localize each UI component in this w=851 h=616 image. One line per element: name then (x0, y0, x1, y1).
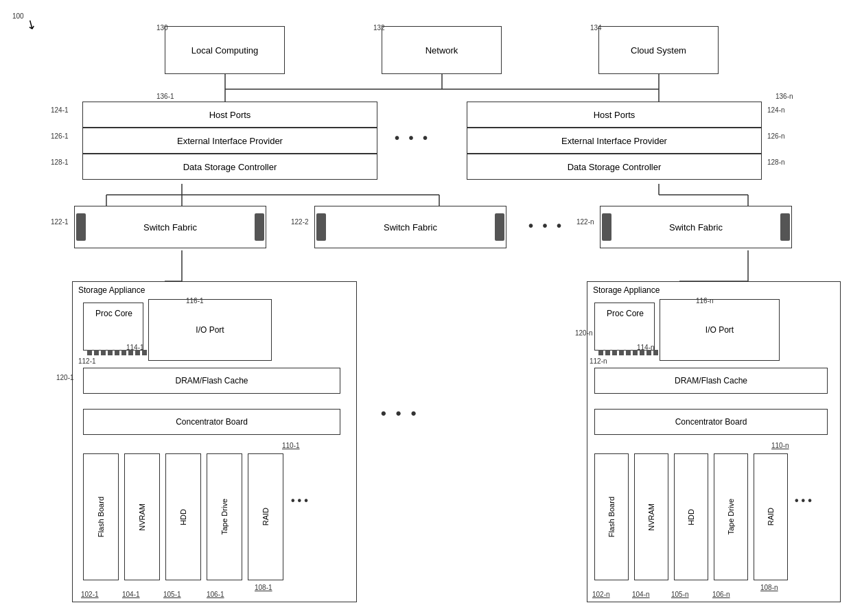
proc-core-right-label: Proc Core (598, 309, 652, 318)
io-port-right: I/O Port (660, 299, 780, 361)
nvram-left-label: NVRAM (138, 504, 146, 531)
flash-board-right-label: Flash Board (607, 497, 616, 537)
host-ports-right-label: Host Ports (594, 110, 636, 120)
switch-fabric-right-label: Switch Fabric (669, 222, 723, 233)
concentrator-left-label: Concentrator Board (176, 417, 248, 427)
dots-storage-right: ••• (795, 495, 815, 507)
ref-136-1: 136-1 (156, 93, 174, 100)
concentrator-left: Concentrator Board (83, 409, 340, 435)
host-ports-right: Host Ports (467, 102, 762, 128)
flash-board-left-label: Flash Board (97, 497, 105, 537)
tooth (598, 350, 603, 355)
ref-112-1: 112-1 (78, 357, 96, 365)
ref-128-1: 128-1 (51, 158, 69, 166)
nvram-right: NVRAM (634, 453, 668, 580)
hdd-left-label: HDD (179, 509, 187, 525)
dram-right-label: DRAM/Flash Cache (675, 376, 747, 386)
ref-106-n-bottom: 106-n (712, 591, 730, 598)
switch-handle-mid-2 (495, 213, 504, 241)
tape-drive-left: Tape Drive (207, 453, 242, 580)
tooth (87, 350, 92, 355)
ref-122-n: 122-n (576, 218, 594, 226)
raid-left: RAID (248, 453, 283, 580)
network-box: Network (382, 26, 502, 74)
dram-right: DRAM/Flash Cache (594, 368, 828, 394)
flash-board-left: Flash Board (83, 453, 119, 580)
ext-interface-left-label: External Interface Provider (177, 136, 283, 146)
network-label: Network (426, 45, 458, 56)
data-storage-left: Data Storage Controller (82, 154, 377, 180)
ref-105-n-bottom: 105-n (671, 591, 689, 598)
tooth (626, 350, 631, 355)
dots-storage-mid: • • • (381, 405, 419, 423)
ext-interface-left: External Interface Provider (82, 128, 377, 154)
ref-106-1-bottom: 106-1 (207, 591, 224, 598)
ref-126-1: 126-1 (51, 132, 69, 140)
cloud-system-box: Cloud System (598, 26, 719, 74)
ref-116-n: 116-n (696, 297, 714, 305)
data-storage-right-label: Data Storage Controller (568, 162, 662, 172)
switch-fabric-left-label: Switch Fabric (143, 222, 197, 233)
ext-interface-right: External Interface Provider (467, 128, 762, 154)
flash-board-right: Flash Board (594, 453, 629, 580)
host-ports-left: Host Ports (82, 102, 377, 128)
cloud-system-label: Cloud System (631, 45, 686, 56)
ref-112-n: 112-n (590, 357, 607, 365)
ref-122-1: 122-1 (51, 218, 69, 226)
ref-124-1: 124-1 (51, 106, 69, 114)
tooth (605, 350, 610, 355)
dots-switches: • • • (528, 218, 564, 234)
tape-drive-right-label: Tape Drive (727, 499, 735, 535)
ref-132: 132 (373, 24, 385, 32)
tooth (115, 350, 119, 355)
concentrator-right-label: Concentrator Board (675, 417, 747, 427)
ref-108-1: 108-1 (255, 584, 272, 591)
ext-interface-right-label: External Interface Provider (561, 136, 667, 146)
storage-appliance-left: Storage Appliance I/O Port 116-1 Proc Co… (72, 281, 357, 602)
switch-handle-right-2 (780, 213, 790, 241)
nvram-left: NVRAM (124, 453, 160, 580)
ref-110-1: 110-1 (282, 442, 300, 449)
ref-110-n: 110-n (771, 442, 789, 449)
concentrator-right: Concentrator Board (594, 409, 828, 435)
io-port-right-label: I/O Port (706, 325, 734, 335)
dram-left-label: DRAM/Flash Cache (175, 376, 248, 386)
switch-fabric-mid: Switch Fabric (314, 206, 506, 248)
diagram: 100 ↘ Local Computing 130 Network 132 Cl… (0, 0, 851, 616)
ref-108-n: 108-n (760, 584, 778, 591)
proc-core-left-label: Proc Core (87, 309, 141, 318)
switch-fabric-left: Switch Fabric (74, 206, 266, 248)
data-storage-left-label: Data Storage Controller (183, 162, 277, 172)
ref-102-1-bottom: 102-1 (81, 591, 99, 598)
ref-114-1: 114-1 (126, 344, 144, 351)
nvram-right-label: NVRAM (647, 504, 655, 531)
tooth (108, 350, 113, 355)
local-computing-box: Local Computing (165, 26, 285, 74)
ref-134: 134 (590, 24, 602, 32)
raid-right: RAID (754, 453, 788, 580)
hdd-left: HDD (165, 453, 201, 580)
io-port-left: I/O Port (148, 299, 272, 361)
ref-122-2: 122-2 (291, 218, 309, 226)
ref-104-n-bottom: 104-n (632, 591, 650, 598)
tooth (612, 350, 617, 355)
tooth (101, 350, 106, 355)
hdd-right-label: HDD (687, 509, 695, 525)
hdd-right: HDD (674, 453, 708, 580)
ref-120-n: 120-n (575, 329, 593, 337)
ref-116-1: 116-1 (186, 297, 204, 305)
ref-102-n-bottom: 102-n (592, 591, 610, 598)
switch-fabric-right: Switch Fabric (600, 206, 792, 248)
storage-appliance-left-label: Storage Appliance (78, 285, 145, 295)
switch-handle-right-1 (602, 213, 611, 241)
arrow-100: ↘ (23, 16, 40, 34)
ref-120-1: 120-1 (56, 374, 74, 381)
ref-126-n: 126-n (767, 132, 785, 140)
ref-104-1-bottom: 104-1 (122, 591, 140, 598)
switch-handle-left-1 (76, 213, 86, 241)
ref-105-1-bottom: 105-1 (163, 591, 181, 598)
tooth (619, 350, 624, 355)
ref-136-n: 136-n (776, 93, 793, 100)
raid-left-label: RAID (261, 508, 270, 525)
dots-controllers: • • • (395, 130, 430, 146)
